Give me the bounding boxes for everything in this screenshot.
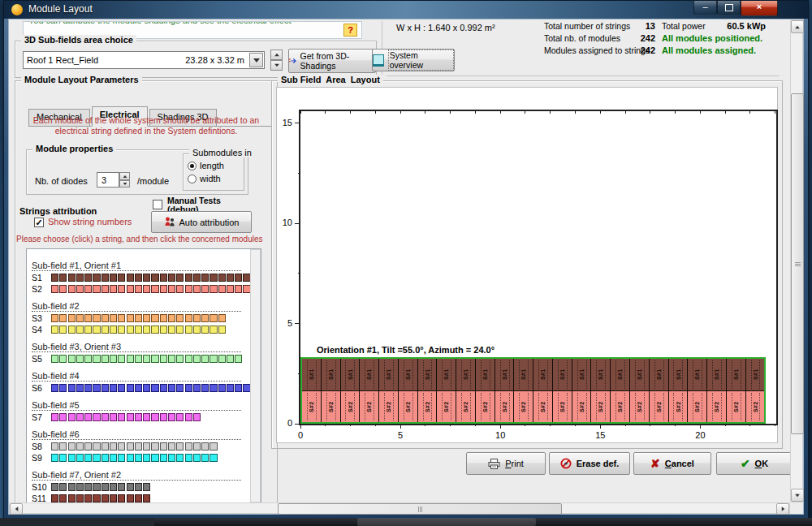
module-square[interactable]	[84, 355, 92, 363]
module-square[interactable]	[218, 355, 226, 363]
module-square[interactable]	[193, 274, 201, 282]
scroll-down-button[interactable]	[791, 489, 804, 502]
module-square[interactable]	[84, 384, 92, 392]
module-square[interactable]	[68, 442, 76, 451]
module-square[interactable]	[127, 454, 134, 462]
module-square[interactable]	[118, 483, 125, 491]
module-square[interactable]	[93, 442, 100, 451]
module-square[interactable]	[209, 442, 217, 451]
module-square[interactable]	[143, 384, 150, 392]
module-square[interactable]	[235, 285, 242, 293]
module-square[interactable]	[110, 494, 117, 502]
module-square[interactable]	[209, 285, 217, 293]
module-square[interactable]	[127, 314, 134, 322]
module-square[interactable]	[68, 483, 76, 491]
module-square[interactable]	[143, 274, 150, 282]
module-square[interactable]	[227, 384, 234, 392]
module-square[interactable]	[235, 355, 242, 363]
module-square[interactable]	[76, 454, 84, 462]
module-square[interactable]	[218, 274, 226, 282]
module-square[interactable]	[143, 413, 150, 421]
module-square[interactable]	[160, 413, 167, 421]
module-square[interactable]	[151, 355, 158, 363]
subfield-dropdown[interactable]: Roof 1 Rect_Field 23.28 x 3.32 m	[23, 51, 265, 69]
module-square[interactable]	[218, 384, 226, 392]
radio-width[interactable]	[188, 175, 197, 183]
module-square[interactable]	[143, 454, 150, 462]
module-square[interactable]	[176, 355, 184, 363]
module-square[interactable]	[51, 314, 58, 322]
module-square[interactable]	[102, 483, 109, 491]
module-square[interactable]	[51, 384, 58, 392]
module-square[interactable]	[51, 454, 58, 462]
module-square[interactable]	[76, 355, 84, 363]
module-square[interactable]	[93, 384, 100, 392]
ok-button[interactable]: ✔ OK	[716, 452, 793, 475]
module-square[interactable]	[51, 442, 58, 451]
module-square[interactable]	[160, 384, 167, 392]
module-square[interactable]	[118, 413, 125, 421]
module-square[interactable]	[93, 355, 100, 363]
auto-attribution-button[interactable]: Auto attribution	[151, 211, 252, 233]
get-from-3d-shadings-button[interactable]: Get from 3D-Shadings	[288, 49, 376, 73]
module-square[interactable]	[151, 442, 158, 451]
module-square[interactable]	[193, 384, 201, 392]
module-square[interactable]	[209, 274, 217, 282]
module-square[interactable]	[135, 384, 142, 392]
erase-def-button[interactable]: Erase def.	[549, 452, 630, 475]
module-square[interactable]	[76, 494, 84, 502]
module-square[interactable]	[102, 494, 109, 502]
module-square[interactable]	[127, 285, 134, 293]
module-square[interactable]	[185, 314, 192, 322]
module-square[interactable]	[193, 326, 201, 334]
string-row[interactable]: S7	[32, 412, 261, 423]
taskbar-window-button[interactable]	[357, 518, 536, 526]
subfield-spinner[interactable]	[270, 50, 283, 71]
module-square[interactable]	[201, 314, 209, 322]
module-square[interactable]	[151, 314, 158, 322]
module-square[interactable]	[84, 494, 92, 502]
module-square[interactable]	[118, 442, 125, 451]
module-square[interactable]	[209, 454, 217, 462]
module-square[interactable]	[135, 483, 142, 491]
module-square[interactable]	[201, 285, 209, 293]
module-square[interactable]	[176, 314, 184, 322]
module-square[interactable]	[102, 355, 109, 363]
string-row[interactable]: S2	[32, 283, 261, 295]
module-square[interactable]	[151, 285, 158, 293]
module-square[interactable]	[135, 326, 142, 334]
strings-list-scrollbar[interactable]	[250, 249, 261, 502]
module-square[interactable]	[168, 285, 175, 293]
module-square[interactable]	[168, 326, 175, 334]
module-square[interactable]	[51, 413, 58, 421]
vertical-scroll-thumb[interactable]	[791, 93, 804, 434]
module-square[interactable]	[84, 413, 92, 421]
scroll-right-button[interactable]	[776, 503, 789, 515]
module-square[interactable]	[127, 274, 134, 282]
module-square[interactable]	[59, 442, 67, 451]
module-square[interactable]	[160, 314, 167, 322]
module-square[interactable]	[151, 384, 158, 392]
module-square[interactable]	[76, 483, 84, 491]
module-square[interactable]	[110, 314, 117, 322]
print-button[interactable]: Print	[466, 452, 546, 475]
module-square[interactable]	[102, 274, 109, 282]
string-row[interactable]: S5	[32, 353, 261, 364]
module-square[interactable]	[209, 326, 217, 334]
module-square[interactable]	[51, 326, 58, 334]
taskbar[interactable]	[0, 518, 812, 526]
module-square[interactable]	[59, 355, 67, 363]
module-square[interactable]	[193, 413, 201, 421]
module-square[interactable]	[127, 413, 134, 421]
module-square[interactable]	[151, 274, 158, 282]
module-square[interactable]	[201, 326, 209, 334]
module-square[interactable]	[118, 454, 125, 462]
module-square[interactable]	[76, 326, 84, 334]
scroll-left-button[interactable]	[10, 503, 23, 515]
module-square[interactable]	[185, 285, 192, 293]
module-square[interactable]	[185, 454, 192, 462]
module-square[interactable]	[110, 384, 117, 392]
module-square[interactable]	[201, 454, 209, 462]
module-square[interactable]	[110, 483, 117, 491]
title-bar[interactable]: Module Layout – ×	[4, 1, 808, 19]
